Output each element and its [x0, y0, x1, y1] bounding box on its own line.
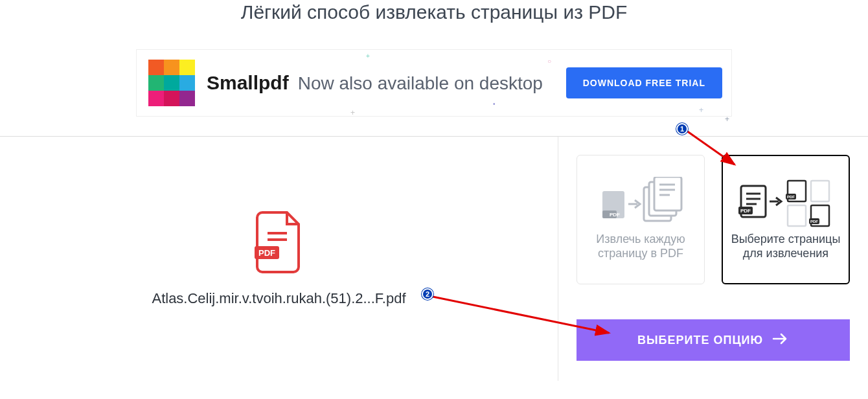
banner-text: Smallpdf Now also available on desktop	[207, 72, 543, 94]
svg-text:PDF: PDF	[258, 248, 275, 258]
confetti-dot: +	[725, 115, 729, 124]
smallpdf-logo	[148, 60, 195, 106]
annotation-marker-1: 1	[676, 123, 688, 135]
arrow-right-icon	[772, 332, 789, 348]
file-name-label: Atlas.Celij.mir.v.tvoih.rukah.(51).2...F…	[152, 290, 405, 307]
option-extract-all-label: Извлечь каждую страницу в PDF	[584, 233, 698, 260]
option-extract-every-page[interactable]: PDF Извлечь каждую страницу в	[577, 155, 705, 284]
svg-text:PDF: PDF	[810, 220, 818, 223]
svg-rect-22	[811, 181, 829, 201]
svg-text:PDF: PDF	[787, 195, 795, 199]
extract-all-icon: PDF	[599, 178, 683, 227]
annotation-marker-2: 2	[422, 288, 433, 300]
option-select-pages[interactable]: PDF PDF PDF	[722, 155, 850, 284]
svg-line-27	[687, 131, 735, 165]
choose-option-label: ВЫБЕРИТЕ ОПЦИЮ	[637, 334, 763, 347]
svg-text:PDF: PDF	[740, 208, 751, 214]
page-title: Лёгкий способ извлекать страницы из PDF	[0, 0, 868, 23]
banner-slogan: Now also available on desktop	[298, 73, 543, 94]
confetti-dot: ○	[547, 58, 551, 65]
confetti-dot: +	[699, 106, 703, 115]
download-trial-button[interactable]: DOWNLOAD FREE TRIAL	[566, 67, 722, 98]
annotation-arrow-2	[430, 293, 618, 345]
svg-text:PDF: PDF	[610, 212, 620, 218]
confetti-dot: •	[493, 100, 496, 108]
confetti-dot: +	[350, 108, 355, 117]
svg-line-28	[433, 297, 609, 333]
confetti-dot: +	[366, 52, 370, 60]
pdf-file-icon: PDF	[253, 211, 305, 276]
svg-rect-23	[788, 205, 806, 226]
options-row: PDF Извлечь каждую страницу в	[577, 155, 850, 284]
option-select-pages-label: Выберите страницы для извлечения	[729, 233, 842, 260]
promo-banner: + + • ○ + + Smallpdf Now also available …	[136, 49, 732, 117]
annotation-arrow-1	[684, 128, 742, 174]
svg-rect-9	[654, 177, 681, 211]
select-pages-icon: PDF PDF PDF	[737, 178, 834, 227]
banner-brand: Smallpdf	[207, 72, 289, 94]
